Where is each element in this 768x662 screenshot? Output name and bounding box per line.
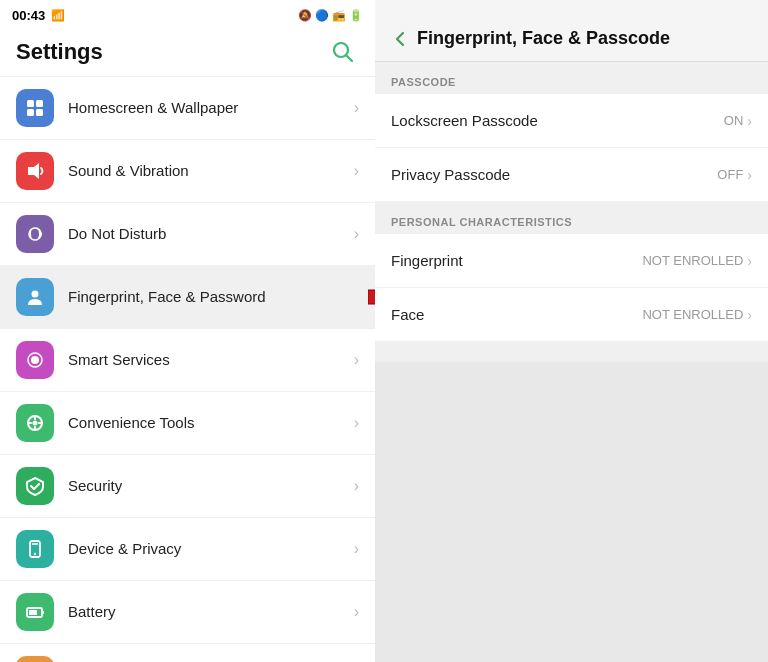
sidebar-item-homescreen[interactable]: Homescreen & Wallpaper › <box>0 77 375 140</box>
right-content: PASSCODE Lockscreen Passcode ON › Privac… <box>375 62 768 362</box>
fingerprint-icon <box>16 278 54 316</box>
digitalwellbeing-icon <box>16 656 54 662</box>
personal-characteristics-header: PERSONAL CHARACTERISTICS <box>375 202 768 234</box>
homescreen-chevron: › <box>354 99 359 117</box>
fingerprint-item[interactable]: Fingerprint NOT ENROLLED › <box>375 234 768 288</box>
svg-point-13 <box>33 421 38 426</box>
security-icon <box>16 467 54 505</box>
sidebar-item-digitalwellbeing[interactable]: Digital Wellbeing & parental controls › <box>0 644 375 662</box>
passcode-section-header: PASSCODE <box>375 62 768 94</box>
conveniencetools-icon <box>16 404 54 442</box>
homescreen-icon <box>16 89 54 127</box>
svg-rect-5 <box>36 109 43 116</box>
smartservices-chevron: › <box>354 351 359 369</box>
donotdisturb-icon <box>16 215 54 253</box>
battery-chevron: › <box>354 603 359 621</box>
search-button[interactable] <box>327 36 359 68</box>
right-panel: Fingerprint, Face & Passcode PASSCODE Lo… <box>375 0 768 662</box>
conveniencetools-label: Convenience Tools <box>68 413 354 433</box>
donotdisturb-label: Do Not Disturb <box>68 224 354 244</box>
right-bottom-empty <box>375 362 768 662</box>
face-detail-label: Face <box>391 306 642 323</box>
fingerprint-label: Fingerprint, Face & Password <box>68 287 359 307</box>
fingerprint-detail-label: Fingerprint <box>391 252 642 269</box>
lockscreen-passcode-value: ON <box>724 113 744 128</box>
security-chevron: › <box>354 477 359 495</box>
sound-label: Sound & Vibration <box>68 161 354 181</box>
homescreen-label: Homescreen & Wallpaper <box>68 98 354 118</box>
lockscreen-passcode-item[interactable]: Lockscreen Passcode ON › <box>375 94 768 148</box>
deviceprivacy-chevron: › <box>354 540 359 558</box>
deviceprivacy-label: Device & Privacy <box>68 539 354 559</box>
sidebar-item-sound[interactable]: Sound & Vibration › <box>0 140 375 203</box>
sidebar-item-deviceprivacy[interactable]: Device & Privacy › <box>0 518 375 581</box>
status-icons: 🔕 🔵 📻 🔋 <box>298 9 363 22</box>
fingerprint-detail-value: NOT ENROLLED <box>642 253 743 268</box>
svg-rect-3 <box>36 100 43 107</box>
lockscreen-passcode-chevron: › <box>747 113 752 129</box>
svg-marker-9 <box>368 278 375 316</box>
left-panel: 00:43 📶 🔕 🔵 📻 🔋 Settings <box>0 0 375 662</box>
svg-rect-23 <box>42 611 44 614</box>
lockscreen-passcode-label: Lockscreen Passcode <box>391 112 724 129</box>
privacy-passcode-label: Privacy Passcode <box>391 166 717 183</box>
status-bar: 00:43 📶 🔕 🔵 📻 🔋 <box>0 0 375 28</box>
deviceprivacy-icon <box>16 530 54 568</box>
settings-list: Homescreen & Wallpaper › Sound & Vibrati… <box>0 77 375 662</box>
security-label: Security <box>68 476 354 496</box>
sidebar-item-conveniencetools[interactable]: Convenience Tools › <box>0 392 375 455</box>
conveniencetools-chevron: › <box>354 414 359 432</box>
svg-rect-22 <box>29 610 37 615</box>
settings-title: Settings <box>16 39 103 65</box>
fingerprint-detail-chevron: › <box>747 253 752 269</box>
sidebar-item-fingerprint[interactable]: Fingerprint, Face & Password <box>0 266 375 329</box>
sidebar-item-security[interactable]: Security › <box>0 455 375 518</box>
battery-label: Battery <box>68 602 354 622</box>
right-panel-title: Fingerprint, Face & Passcode <box>417 28 670 49</box>
sidebar-item-battery[interactable]: Battery › <box>0 581 375 644</box>
svg-line-1 <box>347 56 353 62</box>
battery-icon <box>16 593 54 631</box>
smartservices-label: Smart Services <box>68 350 354 370</box>
right-header: Fingerprint, Face & Passcode <box>375 0 768 62</box>
sound-icon <box>16 152 54 190</box>
svg-marker-6 <box>28 163 39 179</box>
donotdisturb-chevron: › <box>354 225 359 243</box>
settings-header: Settings <box>0 28 375 77</box>
sidebar-item-donotdisturb[interactable]: Do Not Disturb › <box>0 203 375 266</box>
privacy-passcode-chevron: › <box>747 167 752 183</box>
svg-point-19 <box>34 553 36 555</box>
status-time: 00:43 📶 <box>12 8 65 23</box>
svg-rect-4 <box>27 109 34 116</box>
sidebar-item-smartservices[interactable]: Smart Services › <box>0 329 375 392</box>
svg-point-10 <box>31 356 39 364</box>
svg-point-8 <box>32 291 39 298</box>
face-item[interactable]: Face NOT ENROLLED › <box>375 288 768 342</box>
face-detail-value: NOT ENROLLED <box>642 307 743 322</box>
red-arrow-annotation <box>368 278 375 316</box>
sound-chevron: › <box>354 162 359 180</box>
privacy-passcode-item[interactable]: Privacy Passcode OFF › <box>375 148 768 202</box>
privacy-passcode-value: OFF <box>717 167 743 182</box>
smartservices-icon <box>16 341 54 379</box>
back-button[interactable] <box>391 30 409 48</box>
face-detail-chevron: › <box>747 307 752 323</box>
svg-rect-2 <box>27 100 34 107</box>
